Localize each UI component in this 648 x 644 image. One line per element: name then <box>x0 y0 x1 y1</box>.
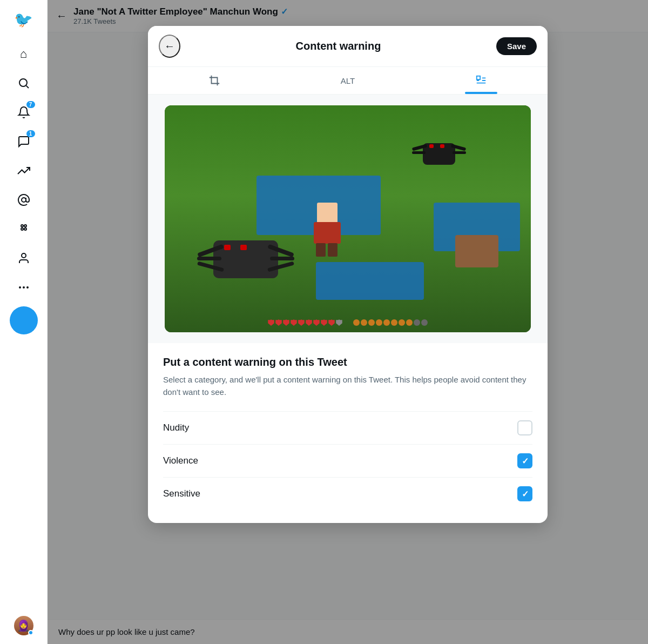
player-character <box>310 203 343 257</box>
twitter-background: 🐦 ⌂ 7 1 <box>0 0 648 644</box>
notifications-badge: 7 <box>26 101 35 108</box>
violence-checkbox[interactable] <box>517 453 532 468</box>
cw-icon <box>475 75 487 86</box>
heart-4 <box>291 319 297 326</box>
cw-heading: Put a content warning on this Tweet <box>163 356 532 368</box>
content-warning-section: Put a content warning on this Tweet Sele… <box>148 343 548 523</box>
sidebar-item-more[interactable] <box>10 274 37 301</box>
heart-7 <box>313 319 320 326</box>
hunger-5 <box>383 319 390 326</box>
nudity-label: Nudity <box>163 422 189 433</box>
minecraft-game-image <box>165 105 531 332</box>
alt-tab-label: ALT <box>341 76 355 85</box>
tab-alt[interactable]: ALT <box>281 67 415 94</box>
modal-title: Content warning <box>296 40 381 52</box>
violence-option: Violence <box>163 444 532 477</box>
spider-front <box>197 230 294 289</box>
nudity-checkbox[interactable] <box>517 420 532 435</box>
heart-9 <box>328 319 335 326</box>
sidebar-item-communities[interactable] <box>10 216 37 243</box>
save-button[interactable]: Save <box>496 37 537 55</box>
hunger-8 <box>406 319 413 326</box>
sidebar-item-mentions[interactable] <box>10 186 37 213</box>
sidebar-item-notifications[interactable]: 7 <box>10 99 37 126</box>
svg-point-2 <box>22 198 26 202</box>
twitter-logo[interactable]: 🐦 <box>8 4 39 35</box>
content-warning-modal: ← Content warning Save ALT <box>148 26 548 523</box>
modal-back-button[interactable]: ← <box>159 35 180 58</box>
hunger-10 <box>421 319 428 326</box>
heart-3 <box>283 319 289 326</box>
svg-point-7 <box>22 253 26 258</box>
sidebar-item-home[interactable]: ⌂ <box>10 41 37 68</box>
violence-label: Violence <box>163 455 198 466</box>
hunger-bar <box>353 319 428 326</box>
sidebar-item-search[interactable] <box>10 70 37 97</box>
avatar-notification-dot <box>28 630 33 635</box>
tab-cw[interactable] <box>414 67 548 94</box>
sidebar-item-trending[interactable] <box>10 157 37 184</box>
heart-5 <box>298 319 305 326</box>
water-patch-3 <box>316 262 424 300</box>
main-content: ← Jane "Not A Twitter Employee" Manchun … <box>48 0 648 644</box>
crop-icon <box>208 75 220 86</box>
svg-point-8 <box>23 287 24 288</box>
svg-point-3 <box>21 228 23 230</box>
svg-point-9 <box>27 287 28 288</box>
hunger-4 <box>376 319 382 326</box>
spider-small <box>412 138 466 173</box>
nudity-option: Nudity <box>163 411 532 444</box>
hunger-9 <box>414 319 420 326</box>
svg-point-10 <box>19 287 21 288</box>
heart-2 <box>275 319 282 326</box>
image-area <box>148 95 548 343</box>
game-hud <box>268 319 428 326</box>
sidebar-item-messages[interactable]: 1 <box>10 128 37 155</box>
sidebar: 🐦 ⌂ 7 1 <box>0 0 48 644</box>
tweet-image <box>165 105 531 332</box>
health-bar <box>268 319 342 326</box>
hunger-3 <box>368 319 375 326</box>
sensitive-label: Sensitive <box>163 488 200 499</box>
sidebar-item-profile[interactable] <box>10 245 37 272</box>
svg-point-5 <box>21 225 23 227</box>
messages-badge: 1 <box>26 130 35 137</box>
hunger-1 <box>353 319 360 326</box>
svg-line-1 <box>26 86 28 88</box>
cw-description: Select a category, and we'll put a conte… <box>163 374 532 398</box>
ground-block <box>455 235 498 267</box>
hunger-7 <box>399 319 405 326</box>
compose-button[interactable] <box>10 306 38 334</box>
heart-10 <box>336 319 342 326</box>
sensitive-option: Sensitive <box>163 477 532 510</box>
svg-point-4 <box>24 228 26 230</box>
modal-header: ← Content warning Save <box>148 26 548 67</box>
modal-overlay[interactable]: ← Content warning Save ALT <box>48 0 648 644</box>
svg-point-0 <box>19 79 27 86</box>
hunger-6 <box>391 319 397 326</box>
modal-tabs: ALT <box>148 67 548 95</box>
tab-crop[interactable] <box>148 67 281 94</box>
heart-6 <box>306 319 312 326</box>
svg-point-6 <box>24 225 26 227</box>
hunger-2 <box>361 319 367 326</box>
svg-rect-11 <box>476 76 480 79</box>
heart-8 <box>321 319 327 326</box>
heart-1 <box>268 319 274 326</box>
sensitive-checkbox[interactable] <box>517 486 532 501</box>
